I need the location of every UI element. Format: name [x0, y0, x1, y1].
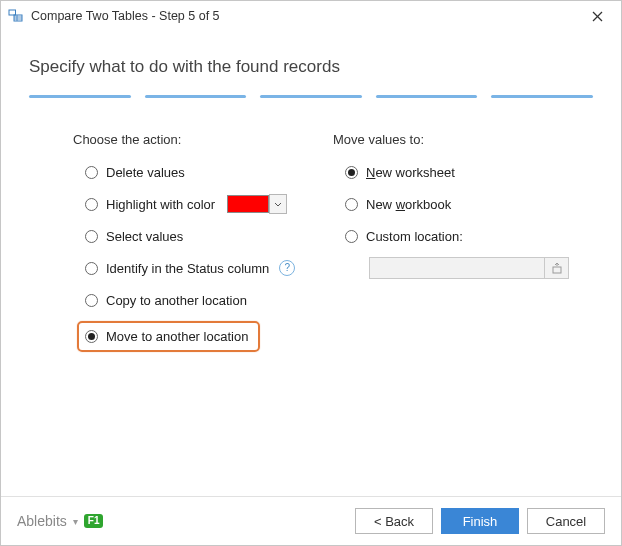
app-icon — [7, 7, 25, 25]
custom-location-row — [369, 257, 583, 279]
option-identify-status[interactable]: Identify in the Status column ? — [85, 257, 323, 279]
option-label: Custom location: — [366, 229, 463, 244]
option-label: Identify in the Status column — [106, 261, 269, 276]
option-move-location[interactable]: Move to another location — [77, 321, 260, 352]
svg-rect-7 — [553, 267, 561, 273]
custom-location-input[interactable] — [369, 257, 545, 279]
option-delete-values[interactable]: Delete values — [85, 161, 323, 183]
option-custom-location[interactable]: Custom location: — [345, 225, 583, 247]
radio-icon — [345, 166, 358, 179]
step-3 — [260, 95, 362, 98]
radio-icon — [85, 198, 98, 211]
svg-rect-0 — [9, 10, 16, 15]
content-area: Specify what to do with the found record… — [1, 31, 621, 496]
button-label: < Back — [374, 514, 414, 529]
step-4 — [376, 95, 478, 98]
option-label: New worksheet — [366, 165, 455, 180]
option-label: Select values — [106, 229, 183, 244]
action-column: Choose the action: Delete values Highlig… — [73, 132, 323, 352]
radio-icon — [345, 198, 358, 211]
chevron-down-icon: ▾ — [73, 516, 78, 527]
step-indicator — [29, 95, 593, 98]
destination-column-title: Move values to: — [333, 132, 583, 147]
radio-icon — [85, 330, 98, 343]
chevron-down-icon — [274, 202, 282, 207]
range-select-icon — [551, 262, 563, 274]
option-new-workbook[interactable]: New workbook — [345, 193, 583, 215]
back-button[interactable]: < Back — [355, 508, 433, 534]
option-new-worksheet[interactable]: New worksheet — [345, 161, 583, 183]
close-button[interactable] — [579, 2, 615, 30]
highlight-color-swatch[interactable] — [227, 195, 269, 213]
option-label: Highlight with color — [106, 197, 215, 212]
option-copy-location[interactable]: Copy to another location — [85, 289, 323, 311]
help-icon[interactable]: ? — [279, 260, 295, 276]
option-label: New workbook — [366, 197, 451, 212]
brand[interactable]: Ablebits ▾ F1 — [17, 513, 103, 529]
button-label: Cancel — [546, 514, 586, 529]
option-label: Move to another location — [106, 329, 248, 344]
step-5 — [491, 95, 593, 98]
window-title: Compare Two Tables - Step 5 of 5 — [31, 9, 220, 23]
step-1 — [29, 95, 131, 98]
svg-rect-1 — [14, 15, 22, 21]
step-2 — [145, 95, 247, 98]
radio-icon — [85, 166, 98, 179]
radio-icon — [345, 230, 358, 243]
action-column-title: Choose the action: — [73, 132, 323, 147]
option-label: Delete values — [106, 165, 185, 180]
highlight-color-dropdown[interactable] — [269, 194, 287, 214]
dialog-window: Compare Two Tables - Step 5 of 5 Specify… — [0, 0, 622, 546]
footer: Ablebits ▾ F1 < Back Finish Cancel — [1, 496, 621, 545]
button-label: Finish — [463, 514, 498, 529]
close-icon — [592, 11, 603, 22]
cancel-button[interactable]: Cancel — [527, 508, 605, 534]
radio-icon — [85, 294, 98, 307]
destination-column: Move values to: New worksheet New workbo… — [333, 132, 583, 352]
option-highlight-color[interactable]: Highlight with color — [85, 193, 323, 215]
range-picker-button[interactable] — [545, 257, 569, 279]
radio-icon — [85, 262, 98, 275]
brand-label: Ablebits — [17, 513, 67, 529]
finish-button[interactable]: Finish — [441, 508, 519, 534]
help-f1-badge[interactable]: F1 — [84, 514, 104, 528]
option-select-values[interactable]: Select values — [85, 225, 323, 247]
titlebar: Compare Two Tables - Step 5 of 5 — [1, 1, 621, 31]
radio-icon — [85, 230, 98, 243]
page-heading: Specify what to do with the found record… — [29, 57, 593, 77]
option-label: Copy to another location — [106, 293, 247, 308]
